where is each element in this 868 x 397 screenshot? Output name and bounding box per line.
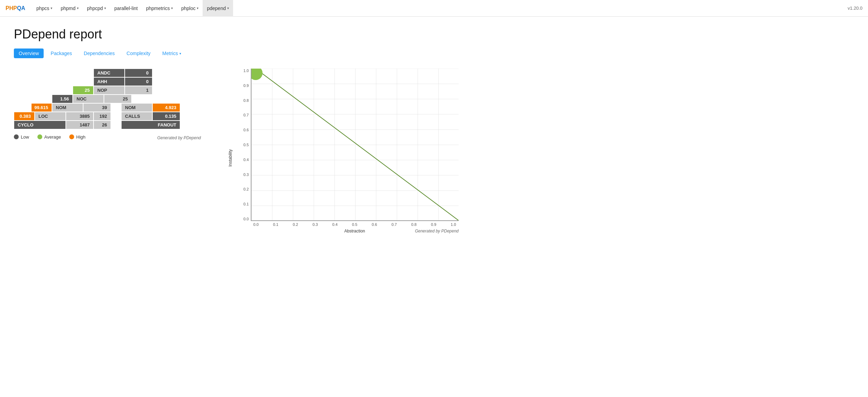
y-tick-10: 1.0 (239, 69, 249, 73)
y-tick-01: 0.1 (239, 202, 249, 206)
x-tick-01: 0.1 (271, 222, 281, 227)
overview-content: ANDC 0 AHH 0 25 NOP 1 (14, 69, 854, 247)
cell-noc-label: NOC (73, 95, 104, 103)
cell-calls-metric: 0.135 (152, 112, 180, 121)
cell-noc-value: 25 (104, 95, 132, 103)
version-label: v1.20.0 (848, 6, 862, 11)
y-tick-07: 0.7 (239, 113, 249, 117)
nav-pdepend[interactable]: pdepend ▾ (203, 0, 233, 17)
brand-qa: QA (17, 5, 25, 11)
x-tick-04: 0.4 (330, 222, 340, 227)
cell-andc-label: ANDC (94, 69, 125, 77)
legend-high: High (69, 134, 86, 140)
chevron-down-icon: ▾ (104, 6, 106, 10)
nav-parallel-lint[interactable]: parallel-lint (110, 0, 142, 17)
cell-ahh-label: AHH (94, 77, 125, 86)
cell-loc-value2: 192 (94, 112, 111, 121)
chart-generated: Generated by PDepend (389, 229, 459, 233)
cell-calls-label: CALLS (121, 112, 152, 121)
legend-dot-low (14, 134, 19, 139)
cell-nop-label: NOP (94, 86, 125, 95)
brand-php: PHP (6, 5, 17, 11)
x-tick-07: 0.7 (389, 222, 399, 227)
cell-nom-right-metric: 4.923 (152, 103, 180, 112)
chevron-down-icon: ▾ (197, 6, 198, 10)
pyramid-row-noc: 1.56 NOC 25 (14, 95, 201, 103)
tab-metrics[interactable]: Metrics ▾ (158, 48, 186, 58)
x-tick-00: 0.0 (251, 222, 261, 227)
pyramid-generated: Generated by PDepend (157, 135, 201, 140)
pyramid-row-cyclo: CYCLO 1487 26 FANOUT (14, 121, 201, 129)
page-title: PDepend report (14, 27, 854, 42)
legend-label-low: Low (21, 134, 29, 140)
nav-phpcpd[interactable]: phpcpd ▾ (83, 0, 110, 17)
legend-dot-high (69, 134, 74, 139)
nav-phploc[interactable]: phploc ▾ (177, 0, 203, 17)
nav-items: phpcs ▾ phpmd ▾ phpcpd ▾ parallel-lint p… (32, 0, 848, 17)
tab-complexity[interactable]: Complexity (122, 48, 155, 58)
y-tick-00: 0.0 (239, 217, 249, 221)
y-tick-06: 0.6 (239, 128, 249, 132)
instability-svg (251, 69, 459, 221)
y-tick-03: 0.3 (239, 173, 249, 177)
y-axis-ticks: 1.0 0.9 0.8 0.7 0.6 0.5 0.4 0.3 0.2 0.1 … (239, 69, 249, 221)
cell-loc-metric: 0.383 (14, 112, 35, 121)
cell-nom-label: NOM (52, 103, 83, 112)
x-tick-09: 0.9 (428, 222, 439, 227)
y-tick-09: 0.9 (239, 83, 249, 88)
y-axis-label: Instability (228, 149, 233, 167)
pyramid-legend: Low Average High Generated by PDepend (14, 133, 201, 140)
x-axis-footer: Abstraction Generated by PDepend (251, 229, 459, 233)
cell-nop-value: 1 (125, 86, 152, 95)
x-tick-05: 0.5 (349, 222, 360, 227)
nav-phpmd[interactable]: phpmd ▾ (56, 0, 83, 17)
instability-chart: Instability 1.0 0.9 0.8 0.7 0.6 0.5 0.4 … (222, 69, 854, 247)
cell-nom-left-metric: 99.615 (31, 103, 52, 112)
legend-low: Low (14, 134, 29, 140)
legend-dot-average (37, 134, 42, 139)
cell-nom-right-label: NOM (121, 103, 152, 112)
x-tick-08: 0.8 (409, 222, 419, 227)
cell-nop-metric: 25 (73, 86, 94, 95)
x-tick-03: 0.3 (310, 222, 320, 227)
navbar: PHPQA phpcs ▾ phpmd ▾ phpcpd ▾ parallel-… (0, 0, 868, 17)
tab-packages[interactable]: Packages (46, 48, 77, 58)
cell-loc-value: 3885 (66, 112, 94, 121)
y-tick-04: 0.4 (239, 158, 249, 162)
chevron-down-icon: ▾ (179, 52, 181, 55)
pyramid-row-nom: 99.615 NOM 39 NOM 4.923 (14, 103, 201, 112)
pyramid-row-nop: 25 NOP 1 (14, 86, 201, 95)
nav-phpmetrics[interactable]: phpmetrics ▾ (142, 0, 177, 17)
cell-nom-value: 39 (83, 103, 111, 112)
data-point-bubble (251, 69, 263, 80)
x-tick-06: 0.6 (369, 222, 380, 227)
pyramid-row-ahh: AHH 0 (14, 77, 201, 86)
chart-svg-container: 0.0 0.1 0.2 0.3 0.4 0.5 0.6 0.7 0.8 0.9 … (251, 69, 459, 233)
x-axis-ticks: 0.0 0.1 0.2 0.3 0.4 0.5 0.6 0.7 0.8 0.9 … (251, 222, 459, 227)
main-content: PDepend report Overview Packages Depende… (0, 17, 868, 258)
y-tick-05: 0.5 (239, 143, 249, 147)
cell-ahh-value: 0 (125, 77, 152, 86)
pyramid-row-loc: 0.383 LOC 3885 192 CALLS 0.135 (14, 112, 201, 121)
cell-fanout-label: FANOUT (121, 121, 180, 129)
legend-label-average: Average (44, 134, 61, 140)
chevron-down-icon: ▾ (51, 6, 52, 10)
y-tick-02: 0.2 (239, 187, 249, 191)
legend-average: Average (37, 134, 61, 140)
tab-dependencies[interactable]: Dependencies (79, 48, 120, 58)
tab-overview[interactable]: Overview (14, 48, 44, 58)
brand-logo[interactable]: PHPQA (6, 5, 25, 11)
x-tick-02: 0.2 (290, 222, 301, 227)
legend-label-high: High (76, 134, 86, 140)
chevron-down-icon: ▾ (227, 6, 229, 10)
y-tick-08: 0.8 (239, 98, 249, 103)
cell-cyclo-value2: 26 (94, 121, 111, 129)
cell-andc-value: 0 (125, 69, 152, 77)
chevron-down-icon: ▾ (77, 6, 79, 10)
nav-phpcs[interactable]: phpcs ▾ (32, 0, 56, 17)
x-tick-10: 1.0 (448, 222, 459, 227)
pyramid-chart: ANDC 0 AHH 0 25 NOP 1 (14, 69, 201, 140)
x-axis-title: Abstraction (320, 229, 389, 233)
cell-loc-label: LOC (35, 112, 66, 121)
pyramid-row-andc: ANDC 0 (14, 69, 201, 77)
